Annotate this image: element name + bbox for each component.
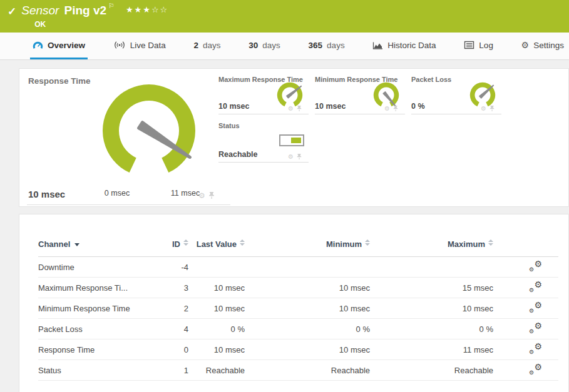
- column-header-channel[interactable]: Channel: [38, 237, 157, 257]
- column-header-last-value[interactable]: Last Value: [188, 237, 245, 257]
- table-row: Packet Loss 4 0 % 0 % 0 % ⚙⚙: [38, 319, 558, 339]
- tab-settings[interactable]: ⚙ Settings: [519, 33, 566, 59]
- pin-icon[interactable]: [208, 191, 215, 199]
- channel-gear-icon[interactable]: ⚙: [384, 106, 390, 112]
- tab-log[interactable]: Log: [461, 33, 496, 59]
- channel-settings-icon[interactable]: ⚙⚙: [528, 363, 542, 376]
- response-time-gauge: [98, 78, 201, 178]
- channel-settings-icon[interactable]: ⚙⚙: [528, 343, 542, 355]
- channel-gear-icon[interactable]: ⚙: [288, 106, 294, 112]
- historic-data-icon: [372, 41, 383, 50]
- gauge-current-value: 10 msec: [28, 189, 65, 199]
- channels-table: Channel ID Last Value Minimum Maximum Do…: [38, 237, 558, 381]
- channel-name[interactable]: Downtime: [38, 257, 157, 278]
- channel-name[interactable]: Minimum Response Time: [38, 298, 157, 319]
- channel-gear-icon[interactable]: ⚙: [198, 192, 205, 199]
- column-header-minimum[interactable]: Minimum: [245, 237, 370, 257]
- divider: [27, 204, 230, 205]
- status-value: Reachable: [218, 150, 258, 159]
- tab-label: Historic Data: [387, 41, 436, 50]
- tab-label-number: 2: [194, 41, 199, 50]
- channel-gear-icon[interactable]: ⚙: [481, 106, 486, 112]
- table-row: Status 1 Reachable Reachable Reachable ⚙…: [38, 360, 558, 381]
- gauge-scale-max: 11 msec: [171, 189, 200, 198]
- packet-loss-block: Packet Loss 0 % ⚙: [411, 72, 501, 114]
- pin-icon[interactable]: [392, 105, 399, 112]
- tab-label-unit: days: [327, 41, 345, 50]
- status-block: Status Reachable ⚙: [218, 118, 309, 163]
- status-toggle-knob: [291, 138, 301, 143]
- channels-panel: Channel ID Last Value Minimum Maximum Do…: [19, 214, 569, 392]
- channel-minimum: 10 msec: [245, 339, 370, 360]
- table-row: Maximum Response Ti... 3 10 msec 10 msec…: [38, 278, 558, 298]
- stars-filled[interactable]: ★★★: [126, 5, 151, 14]
- channel-last-value: 10 msec: [188, 339, 245, 360]
- channel-maximum: 11 msec: [370, 339, 493, 360]
- tab-bar: Overview Live Data 2 days 30 days 365 da…: [0, 33, 569, 60]
- channel-settings-icon[interactable]: ⚙⚙: [528, 322, 542, 334]
- priority-stars[interactable]: ★★★☆☆: [126, 5, 168, 14]
- channel-name[interactable]: Packet Loss: [38, 319, 157, 339]
- live-data-icon: [113, 41, 126, 49]
- minimum-response-time-block: Minimum Response Time 10 msec ⚙: [315, 72, 405, 114]
- gauge-current-value: 10 msec: [315, 102, 346, 111]
- channel-minimum: 10 msec: [245, 278, 370, 298]
- channel-maximum: Reachable: [370, 360, 493, 381]
- status-toggle[interactable]: [279, 134, 304, 146]
- pin-icon[interactable]: [296, 153, 302, 160]
- tab-live-data[interactable]: Live Data: [111, 33, 168, 59]
- flag-icon[interactable]: ⚐: [108, 2, 115, 10]
- sensor-status-text: OK: [34, 20, 168, 29]
- stars-empty[interactable]: ☆☆: [151, 5, 168, 14]
- pin-icon[interactable]: [296, 105, 302, 112]
- tab-2-days[interactable]: 2 days: [192, 33, 223, 59]
- tab-label: Overview: [48, 41, 85, 50]
- channel-id: 2: [157, 298, 188, 319]
- column-header-maximum[interactable]: Maximum: [370, 237, 493, 257]
- channel-settings-icon[interactable]: ⚙⚙: [528, 281, 542, 293]
- tab-overview[interactable]: Overview: [30, 33, 88, 59]
- tab-historic-data[interactable]: Historic Data: [370, 33, 438, 59]
- channel-name[interactable]: Status: [38, 360, 157, 381]
- channel-minimum: Reachable: [245, 360, 370, 381]
- pin-icon[interactable]: [489, 105, 495, 112]
- channel-minimum: 10 msec: [245, 298, 370, 319]
- channel-last-value: 10 msec: [188, 298, 245, 319]
- sort-icon: [365, 239, 370, 246]
- table-row: Downtime -4 ⚙⚙: [38, 257, 558, 278]
- channel-last-value: 0 %: [188, 319, 245, 339]
- channel-last-value: 10 msec: [188, 278, 245, 298]
- channel-settings-icon[interactable]: ⚙⚙: [528, 301, 542, 314]
- channel-settings-icon[interactable]: ⚙⚙: [528, 260, 542, 273]
- channel-id: -4: [157, 257, 188, 278]
- channel-minimum: 0 %: [245, 319, 370, 339]
- sensor-status-bar: ✓ Sensor Ping v2 ⚐ ★★★☆☆ OK: [0, 0, 569, 33]
- tab-30-days[interactable]: 30 days: [246, 33, 283, 59]
- channel-last-value: [188, 257, 245, 278]
- tab-label: Settings: [533, 41, 564, 50]
- channel-id: 4: [157, 319, 188, 339]
- tab-label: Live Data: [130, 41, 166, 50]
- channel-name[interactable]: Response Time: [38, 339, 157, 360]
- channel-maximum: 0 %: [370, 319, 493, 339]
- sort-icon: [488, 239, 493, 246]
- channel-maximum: 15 msec: [370, 278, 493, 298]
- channel-minimum: [245, 257, 370, 278]
- channel-gear-icon[interactable]: ⚙: [288, 154, 294, 160]
- tab-365-days[interactable]: 365 days: [306, 33, 347, 59]
- maximum-response-time-block: Maximum Response Time 10 msec ⚙: [218, 72, 309, 114]
- channel-maximum: [370, 257, 493, 278]
- gauge-icon: [33, 41, 43, 50]
- gauge-title: Response Time: [28, 76, 91, 86]
- sensor-name: Ping v2: [64, 4, 106, 18]
- settings-gear-icon: ⚙: [521, 40, 530, 50]
- overview-gauges-panel: Response Time 0 msec 11 msec 10 msec ⚙ M…: [19, 68, 569, 207]
- gauge-title: Packet Loss: [411, 76, 451, 83]
- channel-id: 3: [157, 278, 188, 298]
- column-header-id[interactable]: ID: [157, 237, 188, 257]
- gauge-scale-min: 0 msec: [105, 189, 130, 198]
- log-icon: [464, 41, 474, 49]
- channel-name[interactable]: Maximum Response Ti...: [38, 278, 157, 298]
- sort-desc-icon: [74, 243, 79, 246]
- tab-label: Log: [479, 41, 493, 50]
